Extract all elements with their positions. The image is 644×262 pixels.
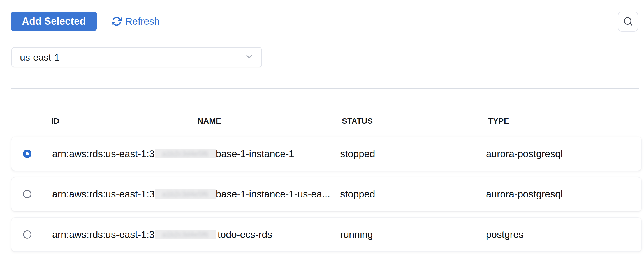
table-row[interactable]: arn:aws:rds:us-east-1:3a1b2c3d4e5f6base-… xyxy=(11,137,642,171)
region-select-value: us-east-1 xyxy=(20,52,60,63)
column-header-name: NAME xyxy=(198,117,221,126)
type-cell: aurora-postgresql xyxy=(486,177,563,211)
row-radio-selected[interactable] xyxy=(23,150,31,158)
column-header-type: TYPE xyxy=(488,117,509,126)
redacted-account-id: a1b2c3d4e5f6 xyxy=(155,189,216,199)
add-selected-button[interactable]: Add Selected xyxy=(11,12,97,31)
column-header-id: ID xyxy=(51,117,59,126)
section-divider xyxy=(11,88,639,89)
id-cell: arn:aws:rds:us-east-1:3a1b2c3d4e5f6base-… xyxy=(52,177,330,211)
redacted-account-id: a1b2c3d4e5f6 xyxy=(155,230,216,239)
id-cell: arn:aws:rds:us-east-1:3a1b2c3d4e5f6todo-… xyxy=(52,218,272,251)
row-radio[interactable] xyxy=(23,230,31,239)
search-button[interactable] xyxy=(618,12,638,32)
status-cell: stopped xyxy=(340,137,375,171)
type-cell: postgres xyxy=(486,218,523,251)
table-row[interactable]: arn:aws:rds:us-east-1:3a1b2c3d4e5f6base-… xyxy=(11,177,642,211)
region-select[interactable]: us-east-1 xyxy=(11,47,262,67)
refresh-button[interactable]: Refresh xyxy=(112,15,160,28)
redacted-account-id: a1b2c3d4e5f6 xyxy=(155,149,216,158)
refresh-label: Refresh xyxy=(125,16,160,27)
refresh-icon xyxy=(112,16,122,26)
status-cell: stopped xyxy=(340,177,375,211)
search-icon xyxy=(623,16,633,27)
column-header-status: STATUS xyxy=(342,117,373,126)
type-cell: aurora-postgresql xyxy=(486,137,563,171)
chevron-down-icon xyxy=(245,52,254,62)
row-radio[interactable] xyxy=(23,190,31,198)
rds-instance-picker-screen: Add Selected Refresh us-east-1 I xyxy=(0,0,644,262)
table-row[interactable]: arn:aws:rds:us-east-1:3a1b2c3d4e5f6todo-… xyxy=(11,217,642,252)
status-cell: running xyxy=(340,218,373,251)
id-cell: arn:aws:rds:us-east-1:3a1b2c3d4e5f6base-… xyxy=(52,137,294,171)
